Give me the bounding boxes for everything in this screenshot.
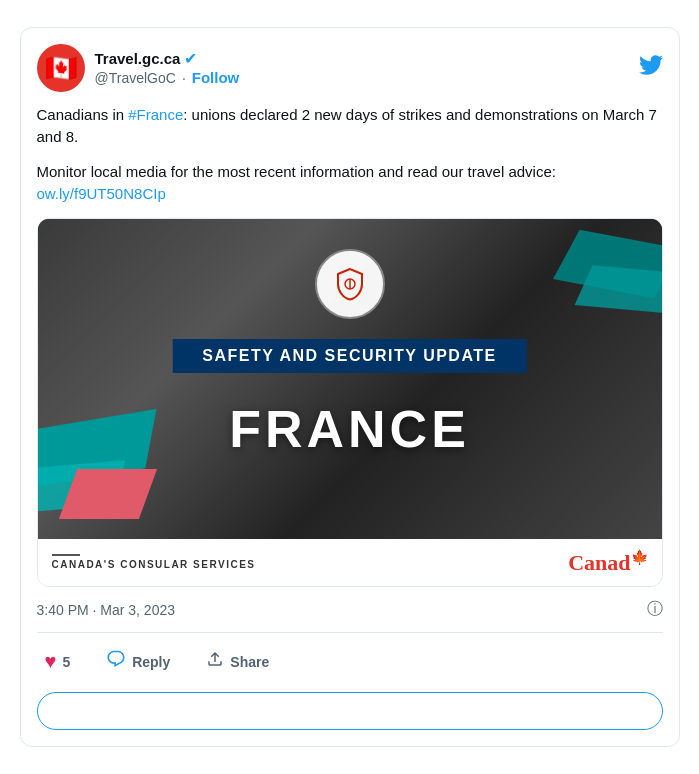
consular-services-left: CANADA'S CONSULAR SERVICES: [52, 554, 256, 570]
tweet-text-line1: Canadians in #France: unions declared 2 …: [37, 104, 663, 149]
hashtag-france[interactable]: #France: [128, 106, 183, 123]
tweet-divider: [37, 632, 663, 633]
tweet-header-left: 🇨🇦 Travel.gc.ca ✔ @TravelGoC · Follow: [37, 44, 240, 92]
tweet-header: 🇨🇦 Travel.gc.ca ✔ @TravelGoC · Follow: [37, 44, 663, 92]
verified-icon: ✔: [184, 49, 197, 68]
reply-icon: [106, 649, 126, 674]
share-button[interactable]: Share: [198, 646, 277, 677]
tweet-text-line2: Monitor local media for the most recent …: [37, 161, 663, 206]
avatar[interactable]: 🇨🇦: [37, 44, 85, 92]
info-icon[interactable]: ⓘ: [647, 599, 663, 620]
crowd-background: SAFETY AND SECURITY UPDATE FRANCE: [38, 219, 662, 539]
tweet-image-card[interactable]: SAFETY AND SECURITY UPDATE FRANCE CANADA…: [37, 218, 663, 587]
geo-shape-pink: [58, 469, 156, 519]
account-handle: @TravelGoC: [95, 70, 176, 86]
account-handle-row: @TravelGoC · Follow: [95, 69, 240, 86]
tweet-link[interactable]: ow.ly/f9UT50N8CIp: [37, 185, 166, 202]
share-icon: [206, 650, 224, 673]
reply-label: Reply: [132, 654, 170, 670]
account-info: Travel.gc.ca ✔ @TravelGoC · Follow: [95, 49, 240, 86]
heart-icon: ♥: [45, 650, 57, 673]
tweet-body: Canadians in #France: unions declared 2 …: [37, 104, 663, 206]
tweet-image-footer: CANADA'S CONSULAR SERVICES Canad🍁: [38, 539, 662, 586]
dot-separator: ·: [182, 70, 186, 86]
safety-banner: SAFETY AND SECURITY UPDATE: [172, 339, 526, 373]
account-name-row: Travel.gc.ca ✔: [95, 49, 240, 68]
tweet-actions: ♥ 5 Reply Share: [37, 645, 663, 678]
reply-button[interactable]: Reply: [98, 645, 178, 678]
like-button[interactable]: ♥ 5: [37, 646, 79, 677]
twitter-bird-icon: [639, 53, 663, 83]
canada-wordmark: Canad🍁: [568, 549, 647, 576]
shield-circle: [315, 249, 385, 319]
avatar-flag: 🇨🇦: [45, 55, 77, 81]
account-name: Travel.gc.ca: [95, 50, 181, 67]
like-count: 5: [62, 654, 70, 670]
reply-input-row: [37, 692, 663, 730]
consular-text: CANADA'S CONSULAR SERVICES: [52, 559, 256, 570]
country-text: FRANCE: [229, 399, 470, 459]
consular-line: [52, 554, 80, 556]
tweet-image-main: SAFETY AND SECURITY UPDATE FRANCE: [38, 219, 662, 539]
share-label: Share: [230, 654, 269, 670]
canada-wordmark-area: Canad🍁: [568, 549, 647, 576]
reply-input[interactable]: [37, 692, 663, 730]
tweet-card: 🇨🇦 Travel.gc.ca ✔ @TravelGoC · Follow Ca…: [20, 27, 680, 747]
tweet-timestamp: 3:40 PM · Mar 3, 2023 ⓘ: [37, 599, 663, 620]
follow-button[interactable]: Follow: [192, 69, 240, 86]
